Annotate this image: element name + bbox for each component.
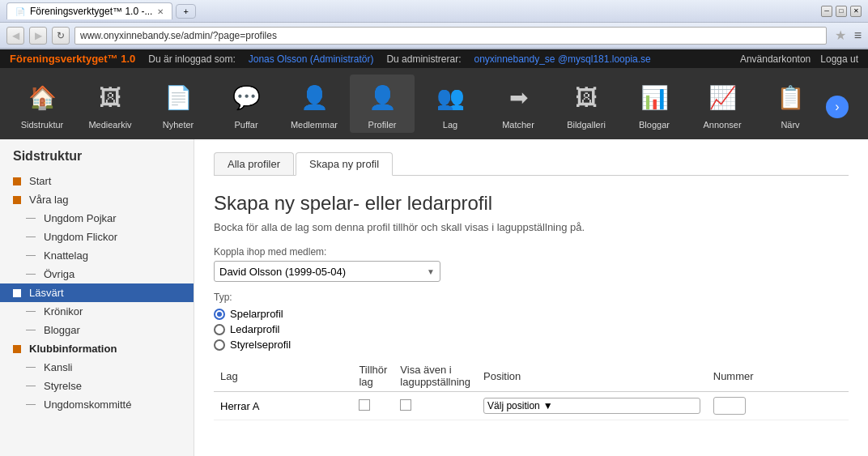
cell-position[interactable]: Välj position ▼ xyxy=(477,392,707,420)
position-select-value: Välj position xyxy=(487,400,540,411)
member-select-arrow-icon: ▼ xyxy=(427,267,435,276)
sidebar-item-ungdomskommitte[interactable]: Ungdomskommitté xyxy=(0,395,194,414)
sidebar-item-lasvart[interactable]: Läsvärt xyxy=(0,283,194,302)
minimize-button[interactable]: ─ xyxy=(821,6,832,17)
position-select[interactable]: Välj position ▼ xyxy=(483,398,700,414)
new-tab-button[interactable]: + xyxy=(176,4,195,19)
tab-page-icon: 📄 xyxy=(15,7,25,16)
sidebar-item-start[interactable]: Start xyxy=(0,172,194,190)
close-button[interactable]: ✕ xyxy=(850,6,862,17)
content-tabs: Alla profiler Skapa ny profil xyxy=(214,152,849,176)
nav-icon-label-nyheter: Nyheter xyxy=(163,120,194,130)
col-visa: Visa även i laguppställning xyxy=(394,360,477,392)
sidebar-dash-icon xyxy=(26,218,36,219)
tab-close-icon[interactable]: ✕ xyxy=(157,7,164,16)
radio-styrelseprofil[interactable]: Styrelseprofil xyxy=(214,339,849,351)
radio-styrelseprofil-label: Styrelseprofil xyxy=(230,339,291,351)
radio-spelarprofil[interactable]: Spelarprofil xyxy=(214,308,849,320)
back-button[interactable]: ◀ xyxy=(6,27,24,45)
nav-icon-img-narv: 📋 xyxy=(771,78,810,117)
address-text: www.onyxinnebandy.se/admin/?page=profile… xyxy=(80,30,821,41)
bookmark-star-icon[interactable]: ★ xyxy=(835,28,846,43)
sidebar-dash-icon xyxy=(26,404,36,405)
sidebar-item-bloggar[interactable]: Bloggar xyxy=(0,321,194,339)
nav-icon-label-medlemmar: Medlemmar xyxy=(291,120,338,130)
type-label: Typ: xyxy=(214,292,849,303)
admin-prefix: Du administrerar: xyxy=(386,53,461,65)
sidebar-item-knattelag[interactable]: Knattelag xyxy=(0,246,194,265)
radio-spelarprofil-icon xyxy=(214,309,225,320)
sidebar-item-ungdom-flickor[interactable]: Ungdom Flickor xyxy=(0,228,194,246)
nav-icon-narv[interactable]: 📋 Närv xyxy=(758,75,823,133)
sidebar-dash-icon xyxy=(26,274,36,275)
table-row: Herrar A Välj position ▼ xyxy=(214,392,849,420)
address-bar[interactable]: www.onyxinnebandy.se/admin/?page=profile… xyxy=(74,27,827,45)
nav-icon-img-puffar: 💬 xyxy=(227,78,266,117)
tab-skapa-ny-profil[interactable]: Skapa ny profil xyxy=(296,152,393,176)
nav-icon-img-medlemmar: 👤 xyxy=(295,78,334,117)
nav-icon-label-profiler: Profiler xyxy=(368,120,397,130)
sidebar-item-ungdom-pojkar[interactable]: Ungdom Pojkar xyxy=(0,209,194,228)
tillhor-checkbox[interactable] xyxy=(359,399,370,411)
sidebar-title: Sidstruktur xyxy=(0,149,194,172)
visa-checkbox[interactable] xyxy=(400,399,411,411)
col-position: Position xyxy=(477,360,707,392)
sidebar-item-kansli[interactable]: Kansli xyxy=(0,358,194,377)
account-link[interactable]: Användarkonton xyxy=(740,53,811,65)
sidebar: Sidstruktur Start Våra lag Ungdom Pojkar… xyxy=(0,139,194,456)
nav-icon-bloggar[interactable]: 📊 Bloggar xyxy=(622,75,687,133)
nav-icon-profiler[interactable]: 👤 Profiler xyxy=(350,75,415,133)
member-select-value: David Olsson (1999-05-04) xyxy=(219,266,346,278)
col-nummer: Nummer xyxy=(707,360,849,392)
tab-title: Föreningsverktyget™ 1.0 -... xyxy=(30,6,152,17)
nav-icon-img-profiler: 👤 xyxy=(363,78,402,117)
db-link[interactable]: onyxinnebandy_se @mysql181.loopia.se xyxy=(474,53,650,65)
maximize-button[interactable]: □ xyxy=(836,6,847,17)
nav-icon-nyheter[interactable]: 📄 Nyheter xyxy=(146,75,211,133)
nav-icon-img-matcher: ➡ xyxy=(499,78,538,117)
radio-ledarprofil[interactable]: Ledarprofil xyxy=(214,323,849,335)
sidebar-icon-start xyxy=(13,177,21,185)
nav-icon-label-mediearkiv: Mediearkiv xyxy=(88,120,131,130)
nummer-input[interactable] xyxy=(713,397,746,415)
cell-nummer[interactable] xyxy=(707,392,849,420)
nav-more-button[interactable]: › xyxy=(826,96,849,118)
type-group: Typ: Spelarprofil Ledarprofil Styrelsepr… xyxy=(214,292,849,351)
forward-button[interactable]: ▶ xyxy=(29,27,47,45)
refresh-button[interactable]: ↻ xyxy=(52,27,70,45)
sidebar-item-styrelse[interactable]: Styrelse xyxy=(0,377,194,395)
nav-icon-label-bloggar: Bloggar xyxy=(639,120,670,130)
cell-visa[interactable] xyxy=(394,392,477,420)
nav-icon-img-sidstruktur: 🏠 xyxy=(23,78,62,117)
sidebar-dash-icon xyxy=(26,237,36,237)
nav-icon-bildgalleri[interactable]: 🖼 Bildgalleri xyxy=(554,75,619,133)
settings-icon[interactable]: ≡ xyxy=(854,28,862,43)
nav-icon-label-lag: Lag xyxy=(443,120,457,130)
user-link[interactable]: Jonas Olsson (Administratör) xyxy=(249,53,374,65)
member-select[interactable]: David Olsson (1999-05-04) ▼ xyxy=(214,261,440,282)
sidebar-item-ovriga[interactable]: Övriga xyxy=(0,265,194,283)
nav-icon-lag[interactable]: 👥 Lag xyxy=(418,75,483,133)
nav-icon-sidstruktur[interactable]: 🏠 Sidstruktur xyxy=(10,75,74,133)
nav-icon-puffar[interactable]: 💬 Puffar xyxy=(214,75,279,133)
sidebar-item-kronikor[interactable]: Krönikor xyxy=(0,302,194,321)
nav-icon-mediearkiv[interactable]: 🖼 Mediearkiv xyxy=(78,75,143,133)
cell-tillhor[interactable] xyxy=(352,392,394,420)
sidebar-dash-icon xyxy=(26,255,36,256)
nav-icon-img-lag: 👥 xyxy=(431,78,470,117)
sidebar-dash-icon xyxy=(26,311,36,312)
nav-icons-bar: 🏠 Sidstruktur 🖼 Mediearkiv 📄 Nyheter 💬 P… xyxy=(0,68,868,139)
radio-ledarprofil-label: Ledarprofil xyxy=(230,323,279,335)
form-desc: Bocka för alla de lag som denna profil t… xyxy=(214,221,849,233)
nav-icon-medlemmar[interactable]: 👤 Medlemmar xyxy=(282,75,347,133)
nav-icon-annonser[interactable]: 📈 Annonser xyxy=(690,75,755,133)
logout-link[interactable]: Logga ut xyxy=(820,53,858,65)
sidebar-item-klubbinformation[interactable]: Klubbinformation xyxy=(0,339,194,358)
nav-icon-matcher[interactable]: ➡ Matcher xyxy=(486,75,551,133)
tab-alla-profiler[interactable]: Alla profiler xyxy=(214,152,294,175)
nav-icon-img-nyheter: 📄 xyxy=(159,78,198,117)
sidebar-dash-icon xyxy=(26,386,36,386)
sidebar-item-vara-lag[interactable]: Våra lag xyxy=(0,190,194,209)
browser-tab[interactable]: 📄 Föreningsverktyget™ 1.0 -... ✕ xyxy=(6,2,172,19)
sidebar-icon-lasvart xyxy=(13,289,21,297)
